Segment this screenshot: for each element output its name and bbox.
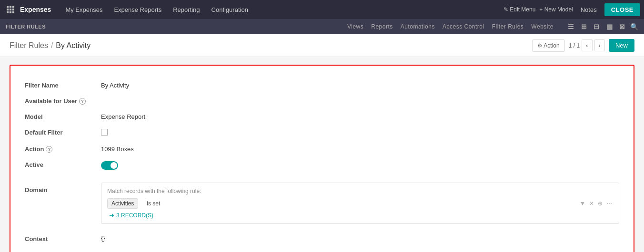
nav-items: My Expenses Expense Reports Reporting Co… <box>60 3 503 16</box>
domain-dropdown-icon[interactable]: ▼ <box>579 199 586 208</box>
context-value: {} <box>101 234 105 242</box>
secondary-nav-links: Views Reports Automations Access Control… <box>347 22 638 31</box>
active-label: Active <box>25 160 101 168</box>
new-model-button[interactable]: + New Model <box>539 6 573 13</box>
list-view-icon[interactable]: ☰ <box>566 22 576 31</box>
secondary-nav-title: FILTER RULES <box>6 24 46 29</box>
action-button[interactable]: ⚙ Action <box>532 39 565 52</box>
top-right-actions: ✎ Edit Menu + New Model Notes CLOSE <box>503 3 640 16</box>
main-content: Filter Name By Activity Available for Us… <box>0 57 644 252</box>
pagination-next[interactable]: › <box>594 39 605 51</box>
record-card: Filter Name By Activity Available for Us… <box>10 65 634 252</box>
domain-icons: ▼ ✕ ⊕ ⋯ <box>579 199 613 208</box>
breadcrumb-separator: / <box>51 41 53 50</box>
nav-reporting[interactable]: Reporting <box>168 3 204 16</box>
toggle-knob <box>111 162 117 169</box>
domain-instruction: Match records with the following rule: <box>107 188 613 194</box>
pagination-prev[interactable]: ‹ <box>582 39 592 51</box>
default-filter-checkbox[interactable] <box>101 129 108 136</box>
breadcrumb-actions: ⚙ Action 1 / 1 ‹ › New <box>532 39 634 52</box>
search-icon[interactable]: 🔍 <box>630 23 639 30</box>
records-count: 3 RECORD(S) <box>116 212 153 219</box>
secondary-link-access-control[interactable]: Access Control <box>443 23 484 30</box>
default-filter-value <box>101 128 619 137</box>
svg-rect-7 <box>10 11 11 13</box>
domain-box: Match records with the following rule: A… <box>101 183 619 224</box>
domain-label: Domain <box>25 183 101 194</box>
context-row: Context {} <box>25 228 619 249</box>
domain-add-branch-icon[interactable]: ⊕ <box>597 199 604 208</box>
available-for-user-help-icon[interactable]: ? <box>79 98 86 105</box>
domain-header: Domain Match records with the following … <box>25 179 619 228</box>
svg-rect-4 <box>10 9 11 10</box>
breadcrumb-bar: Filter Rules / By Activity ⚙ Action 1 / … <box>0 34 644 57</box>
secondary-link-filter-rules[interactable]: Filter Rules <box>492 23 524 30</box>
action-row-label: Action ? <box>25 145 101 153</box>
domain-section: Domain Match records with the following … <box>25 179 619 228</box>
kanban-view-icon[interactable]: ⊟ <box>592 22 602 31</box>
domain-rule-row: Activities is set ▼ ✕ ⊕ ⋯ <box>107 198 613 209</box>
svg-rect-0 <box>7 6 9 8</box>
model-label: Model <box>25 112 101 120</box>
grid-view-icon[interactable]: ⊞ <box>579 22 589 31</box>
action-help-icon[interactable]: ? <box>46 146 52 153</box>
nav-my-expenses[interactable]: My Expenses <box>60 3 107 16</box>
secondary-link-reports[interactable]: Reports <box>371 23 393 30</box>
filter-name-row: Filter Name By Activity <box>25 77 619 93</box>
top-navigation: Expenses My Expenses Expense Reports Rep… <box>0 0 644 19</box>
close-button[interactable]: CLOSE <box>604 3 640 16</box>
svg-rect-3 <box>7 9 9 10</box>
breadcrumb-current: By Activity <box>56 41 91 50</box>
pagination: 1 / 1 ‹ › <box>569 39 605 51</box>
nav-expense-reports[interactable]: Expense Reports <box>109 3 166 16</box>
svg-rect-1 <box>10 6 11 8</box>
secondary-navigation: FILTER RULES Views Reports Automations A… <box>0 19 644 34</box>
svg-rect-6 <box>7 11 9 13</box>
svg-rect-2 <box>12 6 14 8</box>
domain-operator: is set <box>142 200 575 207</box>
nav-configuration[interactable]: Configuration <box>207 3 253 16</box>
app-name: Expenses <box>20 6 51 13</box>
secondary-link-views[interactable]: Views <box>347 23 363 30</box>
filter-name-label: Filter Name <box>25 81 101 89</box>
notes-button[interactable]: Notes <box>577 4 601 15</box>
breadcrumb-parent[interactable]: Filter Rules <box>10 41 48 50</box>
secondary-link-automations[interactable]: Automations <box>401 23 435 30</box>
action-row: Action ? 1099 Boxes <box>25 141 619 156</box>
records-arrow-icon: ➜ <box>109 212 114 219</box>
secondary-link-website[interactable]: Website <box>531 23 553 30</box>
breadcrumb: Filter Rules / By Activity <box>10 41 91 50</box>
model-value: Expense Report <box>101 112 619 120</box>
view-icons: ☰ ⊞ ⊟ ▦ ⊠ 🔍 <box>566 22 638 31</box>
available-for-user-value <box>101 97 619 97</box>
domain-field-tag[interactable]: Activities <box>107 198 138 209</box>
filter-name-value: By Activity <box>101 81 619 89</box>
svg-rect-8 <box>12 11 14 13</box>
active-toggle[interactable] <box>101 161 118 170</box>
context-label: Context <box>25 234 101 242</box>
new-record-button[interactable]: New <box>609 39 634 52</box>
available-for-user-label: Available for User ? <box>25 97 101 105</box>
domain-add-rule-icon[interactable]: ⋯ <box>605 199 613 208</box>
edit-menu-button[interactable]: ✎ Edit Menu <box>503 6 535 13</box>
active-value <box>101 160 619 171</box>
pagination-count: 1 / 1 <box>569 42 580 49</box>
model-row: Model Expense Report <box>25 108 619 124</box>
svg-rect-5 <box>12 9 14 10</box>
sort-row: Sort [] <box>25 249 619 252</box>
available-for-user-row: Available for User ? <box>25 93 619 108</box>
domain-remove-icon[interactable]: ✕ <box>588 199 595 208</box>
action-row-value: 1099 Boxes <box>101 145 619 153</box>
active-row: Active <box>25 156 619 175</box>
pivot-view-icon[interactable]: ⊠ <box>617 22 627 31</box>
default-filter-label: Default Filter <box>25 128 101 136</box>
default-filter-row: Default Filter <box>25 124 619 141</box>
records-link[interactable]: ➜ 3 RECORD(S) <box>107 212 613 219</box>
chart-view-icon[interactable]: ▦ <box>604 22 615 31</box>
app-grid-icon[interactable] <box>4 3 17 16</box>
